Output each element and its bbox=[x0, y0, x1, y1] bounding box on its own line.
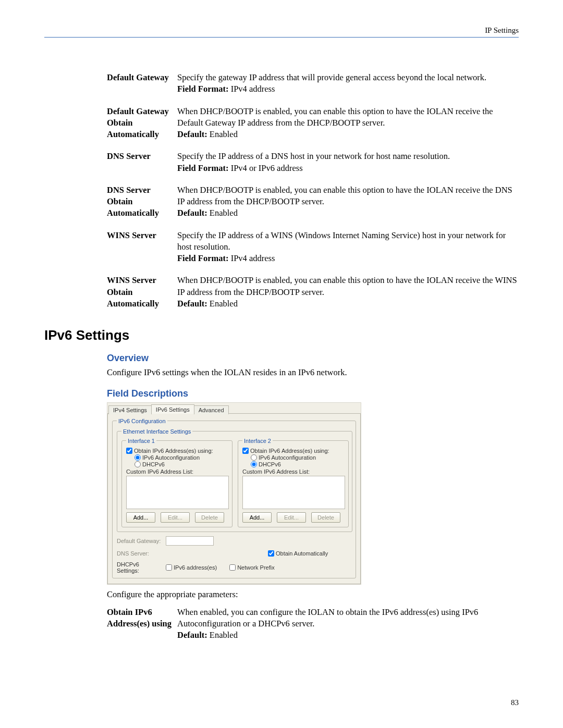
network-prefix-chk[interactable]: Network Prefix bbox=[229, 564, 275, 571]
interface2-group: Interface 2 Obtain IPv6 Address(es) usin… bbox=[238, 438, 349, 527]
iface1-obtain-checkbox[interactable] bbox=[126, 448, 132, 454]
field-desc: When DHCP/BOOTP is enabled, you can enab… bbox=[177, 272, 519, 317]
default-gateway-input[interactable] bbox=[166, 536, 214, 546]
iface2-autoconf-radio[interactable]: IPv6 Autoconfiguration bbox=[251, 454, 345, 461]
eth-settings-group: Ethernet Interface Settings Interface 1 … bbox=[117, 428, 352, 532]
tabbar: IPv4 Settings IPv6 Settings Advanced bbox=[107, 403, 361, 414]
field-label: Obtain IPv6 Address(es) using bbox=[107, 603, 177, 649]
config-params-text: Configure the appropriate parameters: bbox=[107, 589, 519, 600]
field-table-bottom: Obtain IPv6 Address(es) using When enabl… bbox=[107, 603, 519, 649]
iface1-list-label: Custom IPv6 Address List: bbox=[126, 468, 229, 475]
eth-settings-legend: Ethernet Interface Settings bbox=[121, 428, 192, 435]
dns-server-label: DNS Server: bbox=[117, 550, 163, 557]
field-desc: Specify the gateway IP address that will… bbox=[177, 69, 519, 103]
header-title: IP Settings bbox=[485, 26, 519, 34]
section-heading-ipv6: IPv6 Settings bbox=[44, 327, 519, 343]
field-label: DNS Server bbox=[107, 147, 177, 181]
page-header: IP Settings bbox=[44, 26, 519, 38]
field-label: WINS Server bbox=[107, 227, 177, 272]
iface1-obtain-chk[interactable]: Obtain IPv6 Address(es) using: bbox=[126, 448, 229, 454]
iface1-delete-button[interactable]: Delete bbox=[195, 512, 224, 523]
iface2-dhcp-radio[interactable]: DHCPv6 bbox=[251, 461, 345, 467]
ipv6-addresses-checkbox[interactable] bbox=[166, 564, 172, 571]
iface1-dhcp-radio[interactable]: DHCPv6 bbox=[134, 461, 229, 467]
default-gateway-label: Default Gateway: bbox=[117, 538, 163, 544]
field-label: Default Gateway Obtain Automatically bbox=[107, 103, 177, 148]
ipv6-config-group: IPv6 Configuration Ethernet Interface Se… bbox=[112, 418, 356, 578]
overview-heading: Overview bbox=[107, 353, 519, 364]
interface1-legend: Interface 1 bbox=[126, 438, 156, 444]
tab-advanced[interactable]: Advanced bbox=[194, 405, 229, 414]
iface1-autoconf-radio[interactable]: IPv6 Autoconfiguration bbox=[134, 454, 229, 461]
iface2-address-list[interactable] bbox=[242, 476, 345, 509]
iface2-obtain-checkbox[interactable] bbox=[242, 448, 249, 454]
field-desc: Specify the IP address of a DNS host in … bbox=[177, 147, 519, 181]
page-number: 83 bbox=[511, 698, 519, 707]
iface1-edit-button[interactable]: Edit... bbox=[161, 512, 190, 523]
network-prefix-checkbox[interactable] bbox=[229, 564, 236, 571]
iface1-add-button[interactable]: Add... bbox=[126, 512, 155, 523]
field-desc: When enabled, you can configure the IOLA… bbox=[177, 603, 519, 649]
overview-text: Configure IPv6 settings when the IOLAN r… bbox=[107, 367, 519, 378]
dhcpv6-settings-label: DHCPv6 Settings: bbox=[117, 561, 163, 574]
iface1-address-list[interactable] bbox=[126, 476, 229, 509]
field-label: WINS Server Obtain Automatically bbox=[107, 272, 177, 317]
iface2-add-button[interactable]: Add... bbox=[242, 512, 272, 523]
field-desc: When DHCP/BOOTP is enabled, you can enab… bbox=[177, 181, 519, 227]
tab-ipv6[interactable]: IPv6 Settings bbox=[151, 404, 194, 414]
tab-ipv4[interactable]: IPv4 Settings bbox=[108, 405, 152, 414]
iface2-list-label: Custom IPv6 Address List: bbox=[242, 468, 345, 475]
ipv6-settings-dialog: IPv4 Settings IPv6 Settings Advanced IPv… bbox=[107, 402, 361, 585]
iface2-dhcp-input[interactable] bbox=[251, 461, 257, 467]
iface2-delete-button[interactable]: Delete bbox=[311, 512, 340, 523]
iface1-autoconf-input[interactable] bbox=[134, 454, 141, 461]
iface2-edit-button[interactable]: Edit... bbox=[277, 512, 306, 523]
field-table-top: Default Gateway Specify the gateway IP a… bbox=[107, 69, 519, 317]
interface1-group: Interface 1 Obtain IPv6 Address(es) usin… bbox=[121, 438, 232, 527]
field-label: Default Gateway bbox=[107, 69, 177, 103]
interface2-legend: Interface 2 bbox=[242, 438, 273, 444]
iface2-obtain-chk[interactable]: Obtain IPv6 Address(es) using: bbox=[242, 448, 345, 454]
dns-auto-checkbox[interactable] bbox=[268, 550, 274, 557]
iface2-autoconf-input[interactable] bbox=[251, 454, 257, 461]
field-desc: When DHCP/BOOTP is enabled, you can enab… bbox=[177, 103, 519, 148]
ipv6-config-legend: IPv6 Configuration bbox=[117, 418, 167, 424]
field-desc: Specify the IP address of a WINS (Window… bbox=[177, 227, 519, 272]
dns-auto-chk[interactable]: Obtain Automatically bbox=[268, 550, 328, 557]
field-desc-heading: Field Descriptions bbox=[107, 388, 519, 399]
iface1-dhcp-input[interactable] bbox=[134, 461, 141, 467]
field-label: DNS Server Obtain Automatically bbox=[107, 181, 177, 227]
ipv6-addresses-chk[interactable]: IPv6 address(es) bbox=[166, 564, 217, 571]
